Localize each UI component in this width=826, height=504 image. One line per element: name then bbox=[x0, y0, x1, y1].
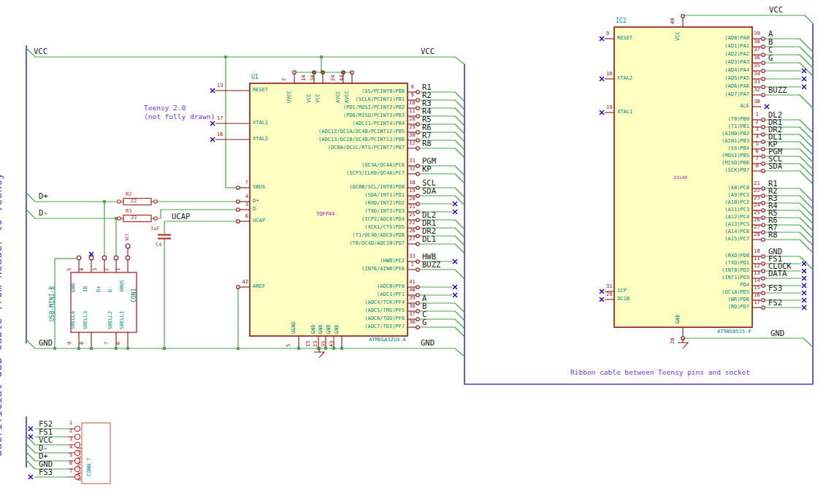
pin-name: (ICP2/ADC8)PD4 bbox=[362, 217, 405, 222]
pin-number: 25 bbox=[408, 213, 417, 218]
junction-dot bbox=[320, 56, 324, 59]
pin-pad bbox=[237, 208, 240, 212]
pin-number: 27 bbox=[752, 225, 762, 230]
pin-pad bbox=[762, 262, 765, 266]
pin-name: (ADC11/PCINT4)PB4 bbox=[352, 121, 405, 126]
junction-dot bbox=[90, 347, 93, 351]
pin-name: RESET bbox=[617, 36, 632, 41]
net-label: DL2 bbox=[422, 211, 436, 219]
pin-name: (TXD/INT3)PD3 bbox=[364, 209, 405, 214]
pin-number: 23 bbox=[313, 341, 318, 347]
pin-number: 38 bbox=[408, 304, 417, 309]
net-label: PGM bbox=[422, 157, 436, 165]
pin-name: (ADC13/OC1B/OC4B/PCINT13)PB6 bbox=[318, 137, 405, 142]
pin-name: ID bbox=[83, 286, 88, 292]
pin-number: 5 bbox=[69, 453, 72, 458]
pin-name: (RXD)PD0 bbox=[724, 253, 749, 259]
r3-value: 22 bbox=[131, 215, 137, 221]
pin-pad bbox=[762, 187, 765, 191]
ic2-value: AT90S8515-P bbox=[717, 329, 751, 335]
pin-number: 7 bbox=[235, 180, 248, 186]
pin-pad bbox=[762, 255, 765, 259]
net-label: FS3 bbox=[768, 284, 782, 292]
wire-polyline bbox=[683, 15, 813, 23]
pin-number: 1 bbox=[408, 262, 417, 267]
r3-ref: R3 bbox=[126, 209, 131, 214]
pin-name: XTAL2 bbox=[253, 137, 268, 142]
r2-ref: R2 bbox=[126, 192, 131, 197]
pin-number: 14 bbox=[302, 75, 307, 81]
pin-name: (AIN1)PB3 bbox=[722, 139, 749, 144]
pin-name: (A11)PC3 bbox=[724, 207, 749, 213]
pin-name: VBUS bbox=[253, 185, 265, 190]
pin-number: 12 bbox=[752, 264, 762, 269]
pin-name: (INT1)PD3 bbox=[722, 275, 749, 280]
net-label: R3 bbox=[422, 99, 432, 107]
wire-segment bbox=[26, 452, 35, 461]
net-label: FS2 bbox=[768, 299, 782, 307]
pin-pad bbox=[126, 244, 130, 248]
pin-number: 8 bbox=[752, 164, 762, 169]
wire-polyline bbox=[26, 48, 464, 64]
wire-segment bbox=[800, 188, 813, 202]
pin-name: (ADC5/TMS)PF5 bbox=[364, 308, 405, 313]
wire-segment bbox=[455, 244, 464, 253]
component-body bbox=[123, 199, 151, 205]
pin-pad bbox=[762, 194, 765, 198]
pin-number: 44 bbox=[340, 75, 345, 81]
pin-number: 2 bbox=[69, 429, 72, 434]
net-label: SDA bbox=[422, 187, 436, 195]
pin-name: AVCC bbox=[345, 91, 350, 103]
pin-number: 9 bbox=[67, 342, 72, 345]
pin-number: 28 bbox=[408, 117, 417, 122]
pin-pad bbox=[762, 277, 765, 280]
pin-name: ICP bbox=[617, 289, 627, 294]
pin-number: 31 bbox=[606, 284, 612, 289]
pin-pad bbox=[762, 37, 765, 41]
net-label: DL1 bbox=[422, 235, 436, 243]
pin-number: 7 bbox=[752, 156, 762, 161]
pin-pad bbox=[762, 140, 765, 144]
pin-name: VCC bbox=[316, 93, 321, 103]
pin-number: 19 bbox=[408, 188, 417, 194]
ic2-ref: IC2 bbox=[616, 18, 626, 24]
net-label: R8 bbox=[422, 140, 432, 148]
pin-name: (HWB)PE2 bbox=[380, 259, 405, 264]
wire-segment bbox=[800, 203, 813, 216]
wire-polyline bbox=[158, 210, 236, 218]
pin-pad bbox=[416, 147, 420, 150]
pin-pad bbox=[762, 155, 765, 159]
pin-pad bbox=[416, 326, 420, 329]
junction-dot bbox=[163, 347, 167, 351]
pin-number: 21 bbox=[752, 181, 762, 186]
pin-name: (A8)PC0 bbox=[727, 186, 749, 191]
pin-pad bbox=[118, 217, 121, 221]
pin-number: 4 bbox=[752, 134, 762, 140]
pin-name: (T0/OC4D/ADC10)PD7 bbox=[349, 241, 405, 246]
pin-name: SHELL2 bbox=[108, 311, 113, 329]
pin-pad bbox=[237, 286, 240, 289]
pin-name: D- bbox=[253, 207, 259, 212]
pin-number: 40 bbox=[670, 18, 676, 24]
pin-name: XTAL1 bbox=[617, 110, 632, 115]
net-label: R4 bbox=[422, 107, 432, 115]
c4-value: 1uF bbox=[150, 226, 160, 232]
wire-polyline bbox=[683, 338, 813, 347]
pin-name: (ADC12/OC1A/OC4B/PCINT12)PB5 bbox=[318, 129, 405, 134]
pin-name: UCAP bbox=[253, 218, 265, 224]
pin-number: 16 bbox=[752, 293, 762, 298]
net-label: C bbox=[422, 310, 427, 318]
pin-name: (RD)PD7 bbox=[727, 305, 749, 310]
wire-segment bbox=[455, 92, 464, 102]
net-label: C bbox=[768, 46, 773, 54]
wire-segment bbox=[800, 47, 813, 60]
pin-name: (AD2)PA2 bbox=[724, 52, 749, 57]
pin-number: 4 bbox=[235, 194, 248, 199]
wire-segment bbox=[800, 39, 813, 52]
pin-number: 1 bbox=[116, 268, 121, 271]
pin-name: (A9)PC1 bbox=[727, 193, 749, 198]
pin-number: 17 bbox=[217, 116, 223, 121]
wire-segment bbox=[455, 188, 464, 197]
pin-name: (MOSI)PB5 bbox=[722, 153, 749, 159]
wire-segment bbox=[800, 95, 813, 108]
